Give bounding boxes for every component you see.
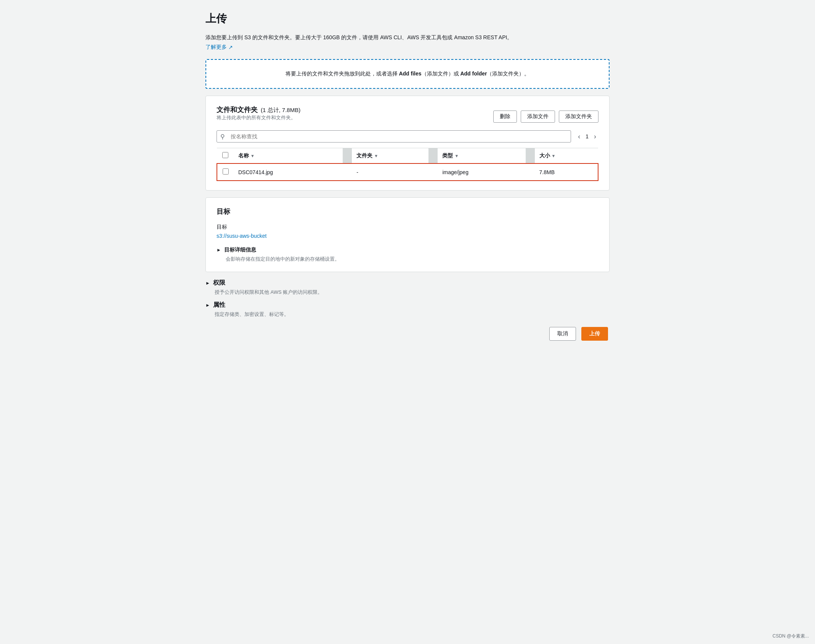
permissions-title: 权限: [213, 279, 225, 287]
page-title: 上传: [205, 11, 610, 26]
dest-details-sub: 会影响存储在指定目的地中的新对象的存储桶设置。: [226, 256, 598, 263]
cancel-button[interactable]: 取消: [549, 327, 576, 341]
dest-link[interactable]: s3://susu-aws-bucket: [217, 233, 598, 239]
col-divider-2: [428, 148, 438, 164]
folder-sort-icon[interactable]: ▼: [374, 154, 378, 158]
permissions-toggle[interactable]: ► 权限: [205, 279, 610, 287]
select-all-checkbox[interactable]: [222, 152, 228, 158]
row-divider-3: [526, 163, 535, 181]
files-subtitle: 将上传此表中的所有文件和文件夹。: [217, 114, 300, 121]
destination-inner: 目标 目标 s3://susu-aws-bucket ► 目标详细信息 会影响存…: [206, 198, 609, 272]
col-divider-3: [526, 148, 535, 164]
learn-more-link[interactable]: 了解更多 ↗: [205, 44, 233, 51]
delete-button[interactable]: 删除: [493, 111, 517, 123]
pagination-current: 1: [586, 133, 589, 139]
col-divider-1: [343, 148, 352, 164]
add-files-button[interactable]: 添加文件: [521, 111, 555, 123]
col-folder: 文件夹 ▼: [352, 148, 428, 164]
col-name: 名称 ▼: [234, 148, 343, 164]
col-size: 大小 ▼: [535, 148, 598, 164]
properties-toggle[interactable]: ► 属性: [205, 301, 610, 309]
dest-details-arrow: ►: [217, 247, 221, 253]
add-folder-button[interactable]: 添加文件夹: [559, 111, 598, 123]
files-card-inner: 文件和文件夹 (1 总计, 7.8MB) 将上传此表中的所有文件和文件夹。 删除…: [206, 96, 609, 190]
drop-zone[interactable]: 将要上传的文件和文件夹拖放到此处，或者选择 Add files（添加文件）或 A…: [205, 59, 610, 89]
dest-details-label: 目标详细信息: [224, 247, 256, 253]
files-section-card: 文件和文件夹 (1 总计, 7.8MB) 将上传此表中的所有文件和文件夹。 删除…: [205, 96, 610, 191]
page-description: 添加您要上传到 S3 的文件和文件夹。要上传大于 160GB 的文件，请使用 A…: [205, 34, 610, 42]
page-container: 上传 添加您要上传到 S3 的文件和文件夹。要上传大于 160GB 的文件，请使…: [205, 11, 610, 341]
row-checkbox-cell: [217, 163, 234, 181]
size-sort-icon[interactable]: ▼: [552, 154, 556, 158]
row-size: 7.8MB: [535, 163, 598, 181]
col-checkbox: [217, 148, 234, 164]
properties-title: 属性: [213, 301, 225, 309]
search-box: ⚲: [217, 130, 571, 143]
name-sort-icon[interactable]: ▼: [250, 154, 255, 158]
watermark: CSDN @令素素...: [772, 633, 809, 639]
row-divider-1: [343, 163, 352, 181]
col-type: 类型 ▼: [438, 148, 525, 164]
pagination: ‹ 1 ›: [576, 132, 598, 141]
row-name: DSC07414.jpg: [234, 163, 343, 181]
properties-section: ► 属性 指定存储类、加密设置、标记等。: [205, 301, 610, 318]
files-title: 文件和文件夹: [217, 105, 258, 114]
bottom-bar: 取消 上传: [205, 327, 610, 341]
pagination-prev-button[interactable]: ‹: [576, 132, 582, 141]
dest-label: 目标: [217, 224, 598, 231]
type-sort-icon[interactable]: ▼: [454, 154, 459, 158]
table-row: DSC07414.jpg - image/jpeg 7.8MB: [217, 163, 598, 181]
row-folder: -: [352, 163, 428, 181]
row-type: image/jpeg: [438, 163, 525, 181]
destination-title: 目标: [217, 207, 598, 216]
properties-subtitle: 指定存储类、加密设置、标记等。: [215, 311, 610, 318]
files-action-buttons: 删除 添加文件 添加文件夹: [493, 111, 598, 123]
properties-arrow-icon: ►: [205, 303, 210, 308]
row-checkbox[interactable]: [223, 168, 229, 175]
upload-button[interactable]: 上传: [581, 327, 608, 341]
permissions-arrow-icon: ►: [205, 280, 210, 286]
destination-section-card: 目标 目标 s3://susu-aws-bucket ► 目标详细信息 会影响存…: [205, 197, 610, 272]
dest-details-toggle[interactable]: ► 目标详细信息: [217, 247, 598, 253]
files-title-group: 文件和文件夹 (1 总计, 7.8MB) 将上传此表中的所有文件和文件夹。: [217, 105, 300, 128]
search-row: ⚲ ‹ 1 ›: [217, 130, 598, 143]
files-header: 文件和文件夹 (1 总计, 7.8MB) 将上传此表中的所有文件和文件夹。 删除…: [217, 105, 598, 128]
pagination-next-button[interactable]: ›: [592, 132, 598, 141]
permissions-subtitle: 授予公开访问权限和其他 AWS 账户的访问权限。: [215, 289, 610, 296]
row-divider-2: [428, 163, 438, 181]
files-table: 名称 ▼ 文件夹 ▼: [217, 148, 598, 181]
search-input[interactable]: [217, 130, 571, 143]
permissions-section: ► 权限 授予公开访问权限和其他 AWS 账户的访问权限。: [205, 279, 610, 296]
search-icon: ⚲: [220, 133, 225, 140]
files-count: (1 总计, 7.8MB): [261, 107, 300, 114]
